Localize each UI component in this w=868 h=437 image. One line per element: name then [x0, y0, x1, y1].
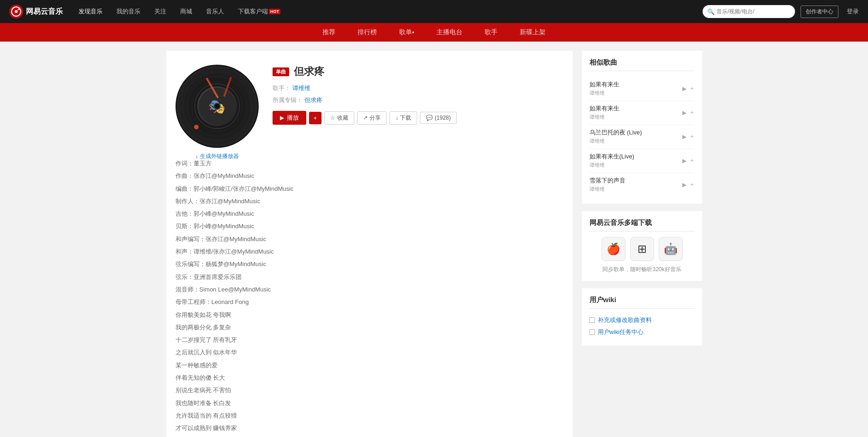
- sub-nav-ranking[interactable]: 排行榜: [346, 23, 388, 42]
- nav-item-download[interactable]: 下载客户端 HOT: [231, 0, 287, 23]
- credit-line: 某一种敏感的爱: [176, 359, 559, 371]
- credit-line: 伴着无知的傻 长大: [176, 371, 559, 384]
- play-similar-icon[interactable]: ▶: [681, 157, 687, 165]
- similar-song-title[interactable]: 雪落下的声音: [589, 176, 682, 185]
- download-title: 网易云音乐多端下载: [589, 218, 695, 231]
- sub-nav-newalbum[interactable]: 新碟上架: [509, 23, 557, 42]
- main-content: 🎭 ♪ 生成外链播放器 单曲: [157, 42, 711, 437]
- app-download-icon-windows[interactable]: ⊞: [630, 237, 654, 261]
- credit-line: 贝斯：郭小峰@MyMindMusic: [176, 220, 559, 232]
- credit-line: 母带工程师：Leonard Fong: [176, 296, 559, 308]
- record-disc: 🎭: [176, 65, 259, 148]
- similar-song-info: 雪落下的声音 谭维维: [589, 176, 682, 193]
- artist-link[interactable]: 谭维维: [292, 84, 310, 92]
- play-button[interactable]: ▶ 播放: [273, 111, 306, 125]
- collect-icon: ☆: [330, 115, 335, 121]
- similar-song-title[interactable]: 如果有来生: [589, 104, 682, 113]
- similar-song-title[interactable]: 乌兰巴托的夜 (Live): [589, 128, 682, 137]
- creator-btn[interactable]: 创作者中心: [801, 6, 838, 18]
- similar-song-item: 如果有来生 谭维维 ▶ +: [589, 101, 695, 125]
- share-button[interactable]: ↗ 分享: [357, 111, 387, 125]
- nav-item-follow[interactable]: 关注: [148, 0, 173, 23]
- sub-nav-recommend[interactable]: 推荐: [311, 23, 346, 42]
- similar-song-info: 乌兰巴托的夜 (Live) 谭维维: [589, 128, 682, 145]
- nav-item-discover[interactable]: 发现音乐: [72, 0, 109, 23]
- credit-line: 我的两极分化 多复杂: [176, 321, 559, 334]
- logo[interactable]: 网易云音乐: [9, 5, 63, 18]
- music-note-icon: ♪: [195, 153, 198, 160]
- add-similar-icon[interactable]: +: [689, 181, 694, 189]
- credit-line: 制作人：张亦江@MyMindMusic: [176, 195, 559, 207]
- credit-line: 你用貌美如花 夸我啊: [176, 309, 559, 321]
- content-area: 🎭 ♪ 生成外链播放器 单曲: [166, 51, 573, 437]
- sub-nav-playlist[interactable]: 歌单●: [388, 23, 425, 42]
- wiki-checkbox: [589, 329, 595, 335]
- sub-nav-radio[interactable]: 主播电台: [425, 23, 473, 42]
- nav-item-mymusic[interactable]: 我的音乐: [110, 0, 147, 23]
- share-icon: ↗: [363, 115, 368, 121]
- add-similar-icon[interactable]: +: [689, 157, 694, 165]
- similar-song-artist: 谭维维: [589, 90, 682, 97]
- wiki-item-label: 补充或修改歌曲资料: [598, 316, 652, 324]
- credits-section: 作词：董玉方作曲：张亦江@MyMindMusic编曲：郭小峰/郭峻江/张亦江@M…: [176, 157, 559, 437]
- similar-song-artist: 谭维维: [589, 162, 682, 169]
- similar-song-actions: ▶ +: [681, 85, 694, 93]
- credit-line: 我也随时准备 长白发: [176, 397, 559, 409]
- wiki-item[interactable]: 补充或修改歌曲资料: [589, 314, 695, 326]
- song-header: 🎭 ♪ 生成外链播放器 单曲: [176, 65, 559, 148]
- play-similar-icon[interactable]: ▶: [681, 181, 687, 189]
- similar-song-item: 如果有来生(Live) 谭维维 ▶ +: [589, 149, 695, 173]
- similar-song-item: 如果有来生 谭维维 ▶ +: [589, 77, 695, 101]
- wiki-section: 用户wiki 补充或修改歌曲资料 用户wiki任务中心: [582, 288, 702, 346]
- download-button[interactable]: ↓ 下载: [389, 111, 417, 125]
- meta-album-row: 所属专辑： 但求疼: [273, 96, 559, 104]
- similar-song-title[interactable]: 如果有来生: [589, 80, 682, 89]
- album-cover: 🎭 ♪ 生成外链播放器: [176, 65, 259, 148]
- nav-item-shop[interactable]: 商城: [174, 0, 199, 23]
- song-title-row: 单曲 但求疼: [273, 65, 559, 79]
- meta-artist-row: 歌手： 谭维维: [273, 84, 559, 92]
- credit-line: 之后就沉入到 似水年华: [176, 346, 559, 358]
- sub-nav: 推荐 排行榜 歌单● 主播电台 歌手 新碟上架: [0, 23, 868, 42]
- credit-line: 弦乐：亚洲首席爱乐乐团: [176, 271, 559, 283]
- login-btn[interactable]: 登录: [847, 7, 859, 16]
- wiki-checkbox: [589, 317, 595, 323]
- app-download-icon-ios[interactable]: 🍎: [601, 237, 625, 261]
- credit-line: 和声：谭维维/张亦江@MyMindMusic: [176, 245, 559, 258]
- add-similar-icon[interactable]: +: [689, 85, 694, 93]
- comment-button[interactable]: 💬 (1928): [420, 112, 457, 124]
- similar-songs-list: 如果有来生 谭维维 ▶ + 如果有来生 谭维维 ▶ + 乌兰巴托的夜 (Live…: [589, 77, 695, 196]
- similar-song-title[interactable]: 如果有来生(Live): [589, 152, 682, 161]
- action-buttons: ▶ 播放 + ☆ 收藏 ↗ 分享 ↓ 下载: [273, 111, 559, 125]
- wiki-item-label: 用户wiki任务中心: [598, 328, 644, 336]
- top-nav: 发现音乐 我的音乐 关注 商城 音乐人 下载客户端 HOT: [72, 0, 703, 23]
- credit-line: 十二岁撞完了 所有乳牙: [176, 334, 559, 346]
- play-similar-icon[interactable]: ▶: [681, 133, 687, 141]
- hot-badge: HOT: [269, 9, 280, 14]
- search-icon: 🔍: [707, 8, 715, 15]
- add-similar-icon[interactable]: +: [689, 109, 694, 117]
- similar-song-info: 如果有来生 谭维维: [589, 104, 682, 121]
- svg-point-1: [15, 10, 18, 13]
- search-box[interactable]: 🔍: [703, 5, 795, 18]
- download-icon: ↓: [395, 115, 398, 121]
- collect-button[interactable]: ☆ 收藏: [324, 111, 354, 125]
- play-similar-icon[interactable]: ▶: [681, 109, 687, 117]
- sub-nav-singer[interactable]: 歌手: [473, 23, 509, 42]
- album-link[interactable]: 但求疼: [304, 96, 322, 104]
- add-similar-icon[interactable]: +: [689, 133, 694, 141]
- logo-text: 网易云音乐: [26, 7, 63, 17]
- play-similar-icon[interactable]: ▶: [681, 85, 687, 93]
- sidebar: 相似歌曲 如果有来生 谭维维 ▶ + 如果有来生 谭维维 ▶ + 乌兰巴托的夜 …: [582, 51, 702, 437]
- nav-item-musician[interactable]: 音乐人: [200, 0, 231, 23]
- add-button[interactable]: +: [309, 112, 322, 124]
- similar-songs-section: 相似歌曲 如果有来生 谭维维 ▶ + 如果有来生 谭维维 ▶ + 乌兰巴托的夜 …: [582, 51, 702, 204]
- similar-song-info: 如果有来生(Live) 谭维维: [589, 152, 682, 169]
- download-apps: 🍎⊞🤖: [589, 237, 695, 261]
- ext-player-link[interactable]: ♪ 生成外链播放器: [176, 152, 259, 160]
- search-input[interactable]: [716, 8, 790, 15]
- wiki-item[interactable]: 用户wiki任务中心: [589, 326, 695, 338]
- comment-icon: 💬: [426, 115, 433, 121]
- app-download-icon-android[interactable]: 🤖: [659, 237, 683, 261]
- credit-line: 别说生老病死 不害怕: [176, 384, 559, 396]
